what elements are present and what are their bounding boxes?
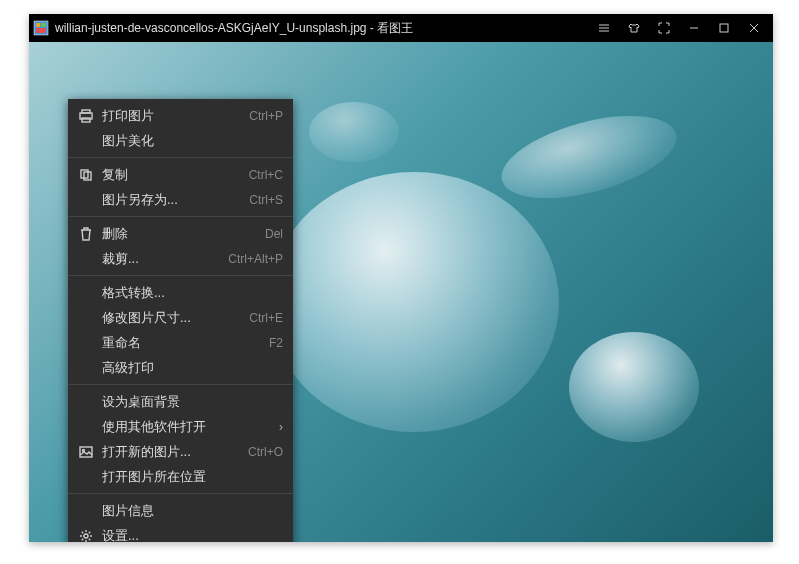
menu-item-shortcut: Del [265, 227, 283, 241]
menu-item-shortcut: Ctrl+Alt+P [228, 252, 283, 266]
menu-button[interactable] [589, 14, 619, 42]
menu-item-label: 使用其他软件打开 [102, 418, 279, 436]
menu-item-label: 设为桌面背景 [102, 393, 283, 411]
svg-rect-3 [36, 28, 46, 33]
minimize-button[interactable] [679, 14, 709, 42]
app-name-text: 看图王 [377, 21, 413, 35]
svg-point-18 [84, 534, 88, 538]
svg-rect-2 [41, 23, 46, 27]
menu-item-label: 裁剪... [102, 250, 228, 268]
menu-item[interactable]: 图片另存为...Ctrl+S [68, 187, 293, 212]
menu-item[interactable]: 设置... [68, 523, 293, 542]
menu-item-label: 修改图片尺寸... [102, 309, 249, 327]
menu-item[interactable]: 打开图片所在位置 [68, 464, 293, 489]
menu-item-label: 高级打印 [102, 359, 283, 377]
menu-item[interactable]: 重命名F2 [68, 330, 293, 355]
image-icon [76, 445, 96, 459]
menu-item[interactable]: 打印图片Ctrl+P [68, 103, 293, 128]
context-menu: 打印图片Ctrl+P图片美化复制Ctrl+C图片另存为...Ctrl+S删除De… [68, 99, 293, 542]
menu-separator [68, 216, 293, 217]
menu-item-label: 格式转换... [102, 284, 283, 302]
menu-item[interactable]: 裁剪...Ctrl+Alt+P [68, 246, 293, 271]
menu-item-shortcut: F2 [269, 336, 283, 350]
image-viewport[interactable]: 打印图片Ctrl+P图片美化复制Ctrl+C图片另存为...Ctrl+S删除De… [29, 42, 773, 542]
menu-item-label: 重命名 [102, 334, 269, 352]
menu-item[interactable]: 修改图片尺寸...Ctrl+E [68, 305, 293, 330]
menu-item-label: 删除 [102, 225, 265, 243]
maximize-button[interactable] [709, 14, 739, 42]
svg-rect-16 [80, 447, 92, 457]
skin-button[interactable] [619, 14, 649, 42]
menu-item-label: 打印图片 [102, 107, 249, 125]
jellyfish [269, 172, 559, 432]
menu-item[interactable]: 图片信息 [68, 498, 293, 523]
gear-icon [76, 529, 96, 543]
app-icon [33, 20, 49, 36]
menu-item-label: 复制 [102, 166, 249, 184]
menu-item[interactable]: 格式转换... [68, 280, 293, 305]
menu-item[interactable]: 复制Ctrl+C [68, 162, 293, 187]
svg-rect-1 [36, 23, 40, 27]
menu-item-label: 图片信息 [102, 502, 283, 520]
svg-point-17 [83, 449, 85, 451]
titlebar[interactable]: willian-justen-de-vasconcellos-ASKGjAeIY… [29, 14, 773, 42]
menu-item-shortcut: Ctrl+S [249, 193, 283, 207]
print-icon [76, 109, 96, 123]
menu-item[interactable]: 图片美化 [68, 128, 293, 153]
jellyfish [493, 100, 685, 214]
app-window: willian-justen-de-vasconcellos-ASKGjAeIY… [29, 14, 773, 542]
fullscreen-button[interactable] [649, 14, 679, 42]
menu-separator [68, 493, 293, 494]
menu-item-shortcut: Ctrl+P [249, 109, 283, 123]
menu-item-label: 设置... [102, 527, 283, 543]
window-title: willian-justen-de-vasconcellos-ASKGjAeIY… [55, 20, 589, 37]
submenu-arrow-icon: › [279, 420, 283, 434]
menu-item[interactable]: 高级打印 [68, 355, 293, 380]
trash-icon [76, 227, 96, 241]
svg-rect-8 [720, 24, 728, 32]
menu-item-label: 打开图片所在位置 [102, 468, 283, 486]
svg-rect-13 [82, 118, 90, 122]
copy-icon [76, 168, 96, 182]
menu-item-label: 图片美化 [102, 132, 283, 150]
jellyfish [569, 332, 699, 442]
menu-item-label: 图片另存为... [102, 191, 249, 209]
menu-item-label: 打开新的图片... [102, 443, 248, 461]
menu-item[interactable]: 删除Del [68, 221, 293, 246]
menu-item-shortcut: Ctrl+E [249, 311, 283, 325]
menu-separator [68, 384, 293, 385]
menu-item-shortcut: Ctrl+C [249, 168, 283, 182]
menu-item[interactable]: 使用其他软件打开› [68, 414, 293, 439]
jellyfish [309, 102, 399, 162]
title-separator: - [366, 21, 377, 35]
menu-item-shortcut: Ctrl+O [248, 445, 283, 459]
menu-separator [68, 157, 293, 158]
window-controls [589, 14, 769, 42]
menu-item[interactable]: 打开新的图片...Ctrl+O [68, 439, 293, 464]
filename-text: willian-justen-de-vasconcellos-ASKGjAeIY… [55, 21, 366, 35]
menu-separator [68, 275, 293, 276]
menu-item[interactable]: 设为桌面背景 [68, 389, 293, 414]
close-button[interactable] [739, 14, 769, 42]
